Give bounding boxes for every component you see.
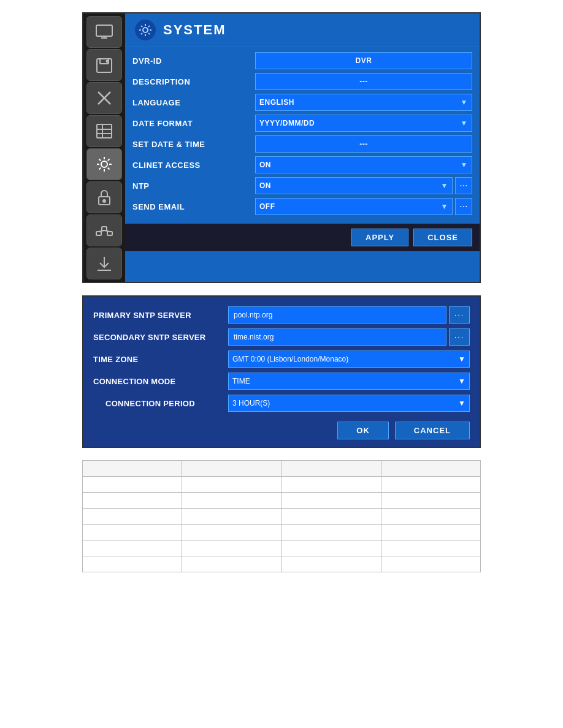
table-row [83, 493, 481, 509]
chevron-down-icon: ▼ [441, 181, 448, 190]
label-description: DESCRIPTION [132, 77, 255, 86]
settings-grid: DVR-ID DVR DESCRIPTION --- LANGUAGE [125, 47, 480, 224]
value-date-time[interactable]: --- [255, 135, 472, 153]
svg-line-19 [104, 230, 110, 232]
setting-row-clinet-access: CLINET ACCESS ON ▼ [132, 156, 472, 173]
setting-row-ntp: NTP ON ▼ ··· [132, 177, 472, 194]
table-cell [182, 525, 282, 540]
system-main-content: SYSTEM DVR-ID DVR DESCRIPTION --- [125, 13, 480, 282]
table-cell [381, 556, 480, 572]
table-cell [83, 493, 182, 509]
svg-point-14 [103, 200, 105, 202]
connection-period-select[interactable]: 3 HOUR(S) ▼ [228, 395, 470, 412]
chevron-down-icon: ▼ [458, 355, 465, 363]
value-date-format[interactable]: YYYY/DMM/DD ▼ [255, 115, 472, 132]
setting-row-date-time: SET DATE & TIME --- [132, 135, 472, 153]
table-cell [83, 461, 182, 477]
table-row [83, 556, 481, 572]
sidebar-btn-tools[interactable] [86, 82, 122, 114]
table-row [83, 540, 481, 556]
email-config-btn[interactable]: ··· [455, 198, 472, 215]
ok-button[interactable]: OK [337, 422, 389, 439]
ntp-row-primary: PRIMARY SNTP SERVER ··· [93, 306, 470, 324]
data-table [82, 460, 481, 572]
table-row [83, 509, 481, 525]
sidebar-btn-network[interactable] [86, 214, 122, 246]
table-row [83, 525, 481, 540]
value-clinet-access[interactable]: ON ▼ [255, 156, 472, 173]
table-cell [182, 477, 282, 493]
table-cell [83, 540, 182, 556]
timezone-select[interactable]: GMT 0:00 (Lisbon/London/Monaco) ▼ [228, 351, 470, 368]
svg-point-21 [143, 28, 148, 32]
system-panel: SYSTEM DVR-ID DVR DESCRIPTION --- [82, 12, 481, 283]
chevron-down-icon: ▼ [461, 119, 468, 127]
email-value-group: OFF ▼ ··· [255, 198, 472, 215]
system-footer: APPLY CLOSE [125, 224, 480, 251]
sidebar-btn-save[interactable] [86, 49, 122, 81]
close-button[interactable]: CLOSE [413, 229, 472, 246]
table-cell [381, 540, 480, 556]
table-cell [83, 509, 182, 525]
value-ntp[interactable]: ON ▼ [255, 177, 453, 194]
svg-rect-8 [97, 124, 112, 138]
table-cell [381, 509, 480, 525]
label-date-format: DATE FORMAT [132, 119, 255, 128]
table-cell [381, 493, 480, 509]
value-dvr-id[interactable]: DVR [255, 52, 472, 69]
ntp-row-connection-mode: CONNECTION MODE TIME ▼ [93, 373, 470, 390]
cancel-button[interactable]: CANCEL [395, 422, 470, 439]
value-language[interactable]: ENGLISH ▼ [255, 94, 472, 111]
table-cell [83, 556, 182, 572]
primary-sntp-input-group: ··· [228, 306, 470, 324]
label-primary-sntp: PRIMARY SNTP SERVER [93, 311, 228, 320]
table-cell [381, 461, 480, 477]
chevron-down-icon: ▼ [461, 98, 468, 107]
table-cell [182, 461, 282, 477]
secondary-sntp-input-group: ··· [228, 328, 470, 346]
sidebar-btn-lock[interactable] [86, 181, 122, 213]
svg-rect-0 [96, 25, 112, 36]
primary-sntp-dots-btn[interactable]: ··· [449, 306, 470, 324]
table-row [83, 461, 481, 477]
connection-mode-select[interactable]: TIME ▼ [228, 373, 470, 390]
table-cell [381, 525, 480, 540]
label-connection-mode: CONNECTION MODE [93, 377, 228, 386]
svg-rect-17 [107, 232, 112, 235]
table-cell [182, 540, 282, 556]
label-connection-period: CONNECTION PERIOD [93, 399, 228, 408]
secondary-sntp-input[interactable] [228, 328, 446, 346]
sidebar-btn-settings[interactable] [86, 148, 122, 180]
chevron-down-icon: ▼ [441, 202, 448, 211]
table-cell [182, 493, 282, 509]
table-cell [83, 477, 182, 493]
setting-row-send-email: SEND EMAIL OFF ▼ ··· [132, 198, 472, 215]
table-cell [282, 461, 381, 477]
sidebar-btn-monitor[interactable] [86, 16, 122, 48]
apply-button[interactable]: APPLY [351, 229, 408, 246]
chevron-down-icon: ▼ [458, 377, 465, 385]
table-cell [83, 525, 182, 540]
label-send-email: SEND EMAIL [132, 202, 255, 211]
ntp-row-timezone: TIME ZONE GMT 0:00 (Lisbon/London/Monaco… [93, 351, 470, 368]
table-cell [282, 556, 381, 572]
ntp-row-connection-period: CONNECTION PERIOD 3 HOUR(S) ▼ [93, 395, 470, 412]
sidebar-btn-download[interactable] [86, 248, 122, 279]
sidebar-btn-lines[interactable] [86, 115, 122, 147]
table-cell [282, 509, 381, 525]
primary-sntp-input[interactable] [228, 306, 446, 324]
label-dvr-id: DVR-ID [132, 56, 255, 66]
label-language: LANGUAGE [132, 98, 255, 107]
table-cell [182, 556, 282, 572]
table-cell [282, 477, 381, 493]
setting-row-dvr-id: DVR-ID DVR [132, 52, 472, 69]
svg-line-18 [99, 230, 104, 232]
ntp-config-btn[interactable]: ··· [455, 177, 472, 194]
system-gear-icon [135, 20, 156, 40]
table-cell [282, 493, 381, 509]
value-description[interactable]: --- [255, 73, 472, 90]
ntp-footer: OK CANCEL [93, 417, 470, 439]
table-cell [282, 525, 381, 540]
value-send-email[interactable]: OFF ▼ [255, 198, 453, 215]
secondary-sntp-dots-btn[interactable]: ··· [449, 328, 470, 346]
